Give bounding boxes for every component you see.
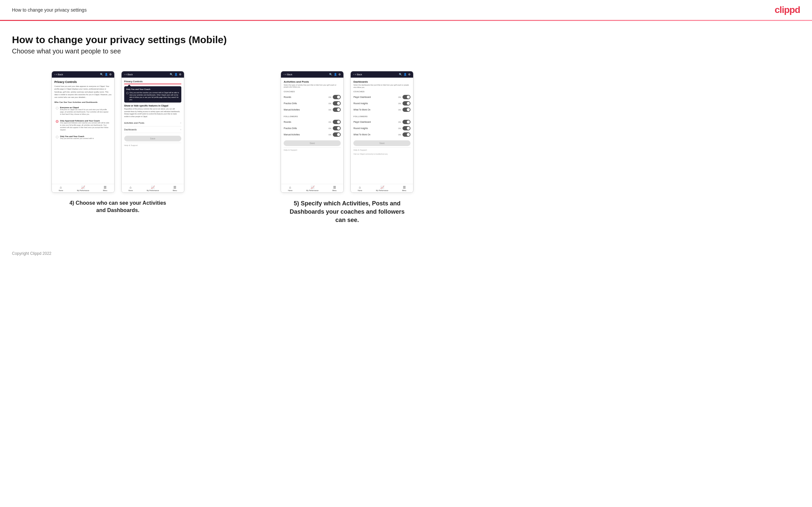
- option-everyone[interactable]: Everyone on Clippd Everyone on Clippd ca…: [54, 105, 112, 117]
- toggle-wtwo-followers: What To Work On ON: [353, 131, 410, 138]
- manual-coaches-toggle[interactable]: [333, 108, 341, 112]
- menu-icon-2: ☰: [173, 186, 176, 189]
- nav-performance-1[interactable]: 📈 My Performance: [77, 186, 89, 191]
- profile-icon-4[interactable]: 👤: [404, 73, 407, 76]
- tooltip-radio: Only you and the coaches you connect wit…: [126, 92, 179, 101]
- wtwo-followers-toggle[interactable]: [403, 132, 410, 137]
- followers-label-4: FOLLOWERS: [353, 115, 410, 117]
- search-icon-2[interactable]: 🔍: [170, 73, 173, 76]
- menu-icon: ☰: [104, 186, 107, 189]
- drills-followers-toggle[interactable]: [333, 126, 341, 130]
- drills-followers-on-label: ON: [328, 127, 331, 129]
- dashboards-header: Dashboards: [353, 80, 410, 83]
- phone-2: ‹ < Back 🔍 👤 ⚙ Privacy Controls: [121, 71, 184, 193]
- performance-label-3: My Performance: [306, 189, 318, 191]
- rounds-followers-toggle[interactable]: [333, 120, 341, 124]
- manual-followers-toggle[interactable]: [333, 132, 341, 137]
- radio-everyone[interactable]: [56, 107, 58, 110]
- profile-icon-3[interactable]: 👤: [334, 73, 337, 76]
- home-label: Home: [59, 189, 63, 191]
- home-label-4: Home: [358, 189, 362, 191]
- rounds-coaches-toggle[interactable]: [333, 95, 341, 99]
- nav-performance-3[interactable]: 📈 My Performance: [306, 186, 318, 191]
- nav-home-1[interactable]: ⌂ Home: [59, 186, 63, 191]
- nav-performance-2[interactable]: 📈 My Performance: [147, 186, 159, 191]
- home-label-3: Home: [288, 189, 292, 191]
- search-icon-3[interactable]: 🔍: [329, 73, 333, 76]
- phone-1-header: ‹ < Back 🔍 👤 ⚙: [52, 71, 114, 78]
- toggle-ri-right: ON: [398, 101, 410, 106]
- nav-menu-4[interactable]: ☰ Menu: [402, 186, 406, 191]
- settings-icon-3[interactable]: ⚙: [339, 73, 341, 76]
- radio-coach-only[interactable]: [56, 136, 58, 138]
- option-coach-only[interactable]: Only You and Your Coach Only you and the…: [54, 134, 112, 141]
- settings-icon-2[interactable]: ⚙: [179, 73, 181, 76]
- help-support-4: Help & Support: [353, 147, 410, 152]
- search-icon-4[interactable]: 🔍: [399, 73, 402, 76]
- manual-followers-on-label: ON: [328, 134, 331, 136]
- search-icon[interactable]: 🔍: [100, 73, 103, 76]
- menu-label-3: Menu: [333, 189, 337, 191]
- help-support-body-4: Visit our Clippd community to troublesho…: [353, 153, 410, 155]
- settings-icon-4[interactable]: ⚙: [408, 73, 410, 76]
- save-button-4[interactable]: Save: [353, 140, 410, 146]
- menu-label-2: Menu: [173, 189, 177, 191]
- privacy-controls-body: Control how you and your data appears to…: [54, 85, 112, 99]
- manual-coaches-label: Manual Activities: [284, 109, 300, 111]
- back-button-2[interactable]: ‹ < Back: [124, 73, 133, 76]
- option-approved[interactable]: Only Approved Followers and Your Coach O…: [54, 118, 112, 132]
- ri-followers-toggle[interactable]: [403, 126, 410, 130]
- dashboards-body: Select the dashboards that you'd like to…: [353, 84, 410, 89]
- screenshot-pair-5: ‹ < Back 🔍 👤 ⚙ Activities and Posts Sele…: [242, 71, 453, 193]
- option-approved-body: Only approved followers and coaches you …: [60, 122, 110, 131]
- wtwo-coaches-toggle[interactable]: [403, 108, 410, 112]
- phone-1: ‹ < Back 🔍 👤 ⚙ Privacy Controls Control …: [51, 71, 114, 193]
- who-can-see-label: Who Can See Your Activities and Dashboar…: [54, 101, 112, 103]
- performance-label-2: My Performance: [147, 189, 159, 191]
- activities-posts-label: Activities and Posts: [124, 122, 145, 124]
- footer: Copyright Clippd 2022: [0, 244, 812, 263]
- toggle-wtwо-coaches: What To Work On ON: [353, 107, 410, 113]
- drills-coaches-label: Practice Drills: [284, 102, 297, 105]
- back-button-4[interactable]: ‹ < Back: [353, 73, 362, 76]
- nav-home-3[interactable]: ⌂ Home: [288, 186, 292, 191]
- help-support-2: Help & Support: [124, 143, 181, 148]
- phone-4: ‹ < Back 🔍 👤 ⚙ Dashboards Select the das…: [350, 71, 413, 193]
- toggle-drills-coaches: Practice Drills ON: [284, 100, 341, 107]
- nav-menu-2[interactable]: ☰ Menu: [173, 186, 177, 191]
- performance-label-4: My Performance: [376, 189, 388, 191]
- rounds-coaches-label: Rounds: [284, 96, 291, 98]
- save-button-2[interactable]: Save: [124, 136, 181, 142]
- show-hide-body: Regardless of the privacy controls that …: [124, 108, 181, 118]
- tooltip-title: Only You and Your Coach: [126, 88, 179, 91]
- nav-performance-4[interactable]: 📈 My Performance: [376, 186, 388, 191]
- dashboards-menu[interactable]: Dashboards ›: [124, 126, 181, 133]
- ri-followers-on-label: ON: [398, 127, 401, 129]
- rounds-followers-on-label: ON: [328, 121, 331, 123]
- nav-menu-3[interactable]: ☰ Menu: [333, 186, 337, 191]
- settings-icon[interactable]: ⚙: [109, 73, 112, 76]
- home-label-2: Home: [129, 189, 133, 191]
- back-button-3[interactable]: ‹ < Back: [284, 73, 292, 76]
- privacy-controls-title: Privacy Controls: [54, 80, 112, 83]
- profile-icon[interactable]: 👤: [105, 73, 108, 76]
- phone-3-content: Activities and Posts Select the types of…: [281, 78, 343, 184]
- back-button-1[interactable]: ‹ < Back: [54, 73, 63, 76]
- drills-coaches-toggle[interactable]: [333, 101, 341, 106]
- activities-posts-menu[interactable]: Activities and Posts ›: [124, 120, 181, 126]
- nav-home-4[interactable]: ⌂ Home: [358, 186, 362, 191]
- logo: clippd: [775, 5, 800, 15]
- copyright: Copyright Clippd 2022: [12, 251, 51, 256]
- group-5: ‹ < Back 🔍 👤 ⚙ Activities and Posts Sele…: [242, 71, 453, 225]
- nav-home-2[interactable]: ⌂ Home: [129, 186, 133, 191]
- manual-coaches-on-label: ON: [328, 109, 331, 111]
- radio-approved[interactable]: [56, 120, 58, 123]
- ri-coaches-toggle[interactable]: [403, 101, 410, 106]
- profile-icon-2[interactable]: 👤: [174, 73, 178, 76]
- dashboards-label: Dashboards: [124, 128, 137, 131]
- save-button-3[interactable]: Save: [284, 140, 341, 146]
- manual-followers-label: Manual Activities: [284, 133, 300, 136]
- pdash-followers-toggle[interactable]: [403, 120, 410, 124]
- nav-menu-1[interactable]: ☰ Menu: [103, 186, 107, 191]
- pdash-coaches-toggle[interactable]: [403, 95, 410, 99]
